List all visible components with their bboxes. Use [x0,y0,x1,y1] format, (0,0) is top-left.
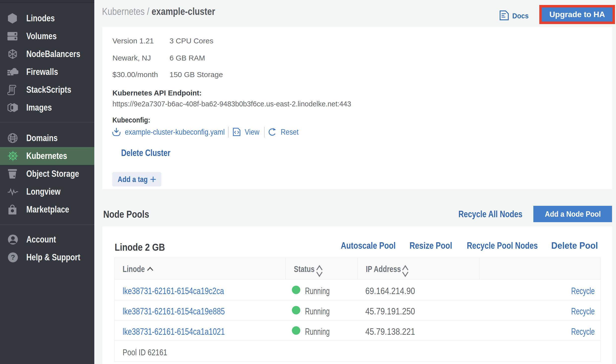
svg-text:?: ? [11,253,15,261]
